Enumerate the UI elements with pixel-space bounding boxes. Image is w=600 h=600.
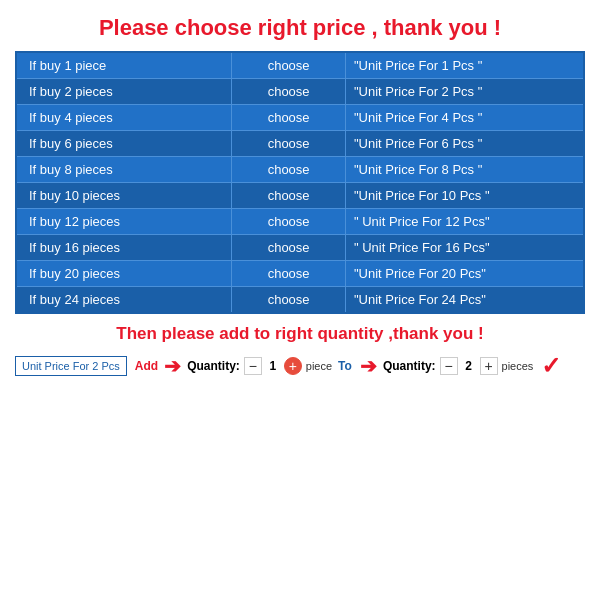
arrow-right-1: ➔ <box>164 354 181 378</box>
to-label: To <box>338 359 352 373</box>
qty1-control: − 1 + <box>244 357 302 375</box>
row-condition: If buy 4 pieces <box>16 105 232 131</box>
row-price: "Unit Price For 10 Pcs " <box>345 183 584 209</box>
table-row: If buy 1 piecechoose"Unit Price For 1 Pc… <box>16 52 584 79</box>
piece2-label: pieces <box>502 360 534 372</box>
table-row: If buy 12 pieceschoose" Unit Price For 1… <box>16 209 584 235</box>
row-condition: If buy 20 pieces <box>16 261 232 287</box>
qty2-label: Quantity: <box>383 359 436 373</box>
qty1-label: Quantity: <box>187 359 240 373</box>
add-label: Add <box>135 359 158 373</box>
row-condition: If buy 10 pieces <box>16 183 232 209</box>
row-action[interactable]: choose <box>232 157 346 183</box>
row-action[interactable]: choose <box>232 287 346 314</box>
table-row: If buy 2 pieceschoose"Unit Price For 2 P… <box>16 79 584 105</box>
qty1-plus-button[interactable]: + <box>284 357 302 375</box>
row-condition: If buy 16 pieces <box>16 235 232 261</box>
table-row: If buy 10 pieceschoose"Unit Price For 10… <box>16 183 584 209</box>
row-price: "Unit Price For 4 Pcs " <box>345 105 584 131</box>
page-wrapper: Please choose right price , thank you ! … <box>0 0 600 600</box>
row-action[interactable]: choose <box>232 105 346 131</box>
row-action[interactable]: choose <box>232 235 346 261</box>
qty2-plus-button[interactable]: + <box>480 357 498 375</box>
table-row: If buy 6 pieceschoose"Unit Price For 6 P… <box>16 131 584 157</box>
piece1-label: piece <box>306 360 332 372</box>
row-action[interactable]: choose <box>232 209 346 235</box>
qty2-control: − 2 + <box>440 357 498 375</box>
row-action[interactable]: choose <box>232 52 346 79</box>
table-row: If buy 20 pieceschoose"Unit Price For 20… <box>16 261 584 287</box>
row-condition: If buy 1 piece <box>16 52 232 79</box>
row-action[interactable]: choose <box>232 261 346 287</box>
row-condition: If buy 8 pieces <box>16 157 232 183</box>
row-condition: If buy 6 pieces <box>16 131 232 157</box>
row-action[interactable]: choose <box>232 79 346 105</box>
unit-price-box: Unit Price For 2 Pcs <box>15 356 127 376</box>
price-table: If buy 1 piecechoose"Unit Price For 1 Pc… <box>15 51 585 314</box>
table-row: If buy 16 pieceschoose" Unit Price For 1… <box>16 235 584 261</box>
qty1-value: 1 <box>265 359 281 373</box>
row-price: " Unit Price For 12 Pcs" <box>345 209 584 235</box>
header-title: Please choose right price , thank you ! <box>99 15 501 41</box>
table-row: If buy 4 pieceschoose"Unit Price For 4 P… <box>16 105 584 131</box>
row-condition: If buy 2 pieces <box>16 79 232 105</box>
row-price: "Unit Price For 20 Pcs" <box>345 261 584 287</box>
row-price: "Unit Price For 1 Pcs " <box>345 52 584 79</box>
row-price: "Unit Price For 8 Pcs " <box>345 157 584 183</box>
table-row: If buy 24 pieceschoose"Unit Price For 24… <box>16 287 584 314</box>
row-condition: If buy 24 pieces <box>16 287 232 314</box>
qty1-minus-button[interactable]: − <box>244 357 262 375</box>
row-action[interactable]: choose <box>232 131 346 157</box>
row-price: "Unit Price For 2 Pcs " <box>345 79 584 105</box>
bottom-section: Unit Price For 2 Pcs Add ➔ Quantity: − 1… <box>15 352 585 380</box>
checkmark-icon: ✓ <box>541 352 561 380</box>
qty2-value: 2 <box>461 359 477 373</box>
table-row: If buy 8 pieceschoose"Unit Price For 8 P… <box>16 157 584 183</box>
footer-title: Then please add to right quantity ,thank… <box>116 324 483 344</box>
arrow-right-2: ➔ <box>360 354 377 378</box>
row-price: "Unit Price For 24 Pcs" <box>345 287 584 314</box>
row-action[interactable]: choose <box>232 183 346 209</box>
row-condition: If buy 12 pieces <box>16 209 232 235</box>
row-price: " Unit Price For 16 Pcs" <box>345 235 584 261</box>
row-price: "Unit Price For 6 Pcs " <box>345 131 584 157</box>
qty2-minus-button[interactable]: − <box>440 357 458 375</box>
